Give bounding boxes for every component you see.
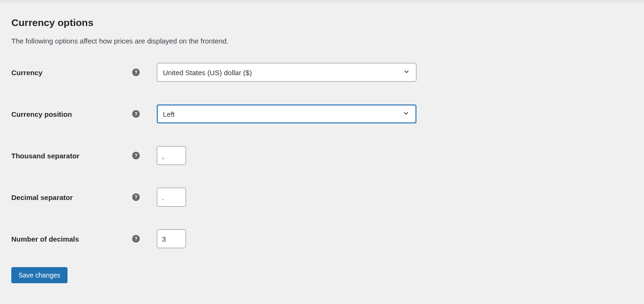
save-changes-button[interactable]: Save changes [11,267,68,283]
row-number-of-decimals: Number of decimals ? [11,229,633,248]
currency-select-value: United States (US) dollar ($) [163,69,252,77]
chevron-down-icon [403,68,410,77]
section-title: Currency options [11,17,633,28]
number-of-decimals-label: Number of decimals [11,235,79,243]
help-icon[interactable]: ? [132,193,140,201]
currency-select[interactable]: United States (US) dollar ($) [157,63,416,82]
currency-label: Currency [11,69,42,77]
currency-position-select[interactable]: Left [157,104,416,123]
chevron-down-icon [402,110,410,119]
help-icon[interactable]: ? [132,152,140,159]
help-icon[interactable]: ? [132,110,140,118]
help-icon[interactable]: ? [132,69,140,76]
decimal-separator-input[interactable] [157,188,186,207]
row-decimal-separator: Decimal separator ? [11,188,633,207]
row-thousand-separator: Thousand separator ? [11,146,633,165]
help-icon[interactable]: ? [132,235,140,243]
thousand-separator-input[interactable] [157,146,186,165]
row-currency: Currency ? United States (US) dollar ($) [11,63,633,82]
decimal-separator-label: Decimal separator [11,193,73,201]
row-currency-position: Currency position ? Left [11,104,633,123]
number-of-decimals-input[interactable] [157,229,186,248]
currency-position-label: Currency position [11,110,72,118]
section-description: The following options affect how prices … [11,37,633,45]
thousand-separator-label: Thousand separator [11,152,79,160]
currency-position-select-value: Left [163,110,175,118]
